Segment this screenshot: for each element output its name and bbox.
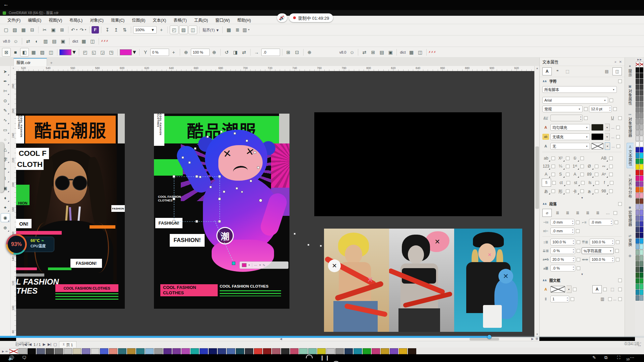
feature-checkbox[interactable] [609, 173, 613, 176]
color-swatch[interactable] [640, 107, 643, 113]
feature-checkbox[interactable] [595, 165, 598, 168]
color-swatch[interactable] [636, 227, 639, 232]
opentype-f-button[interactable]: f [600, 179, 609, 186]
color-swatch[interactable] [636, 73, 639, 78]
opentype-∾-button[interactable]: ∾ [599, 163, 608, 170]
color-swatch[interactable] [326, 348, 335, 354]
new-document-tab-button[interactable]: + [47, 59, 56, 66]
color-swatch[interactable] [145, 348, 154, 354]
version-label[interactable]: v8.0 [338, 50, 347, 54]
color-swatch[interactable] [636, 244, 639, 249]
color-swatch[interactable] [640, 67, 643, 73]
color-swatch[interactable] [636, 221, 639, 227]
feature-checkbox[interactable] [566, 173, 570, 176]
docker-tab-文本属性[interactable]: A文本属性 [627, 143, 634, 168]
color-swatch[interactable] [636, 267, 639, 272]
new-document-icon[interactable]: ▢ [2, 26, 10, 34]
font-manager-icon[interactable]: F [92, 26, 99, 34]
color-swatch[interactable] [372, 348, 380, 354]
color-swatch[interactable] [399, 348, 407, 354]
background-color-swatch[interactable] [591, 133, 603, 140]
node-transparency-field[interactable]: 0 % [150, 49, 169, 56]
horizontal-ruler[interactable]: 5205405605806006206406606807007207407607… [16, 66, 534, 71]
show-rulers-icon[interactable]: ▨ [179, 25, 188, 34]
repeat-fill-icon[interactable]: ⇄ [240, 48, 248, 56]
word-spacing-stepper[interactable]: 100.0 % [590, 256, 614, 263]
interactive-fill-minibar[interactable]: ▾ ⋯ ▾ ✎ [239, 261, 288, 269]
align-button-1[interactable]: ≣ [553, 209, 562, 217]
align-button-0[interactable]: ⌀ [542, 209, 552, 217]
fill-color-swatch[interactable] [591, 124, 603, 131]
columns-stepper[interactable]: 1 [550, 296, 569, 302]
color-swatch[interactable] [636, 164, 639, 170]
script-select[interactable]: 所有脚本▼ [542, 86, 617, 93]
color-swatch[interactable] [640, 79, 643, 84]
collapse-icon[interactable]: ∧∧ [542, 202, 547, 205]
frame-bg-checkbox[interactable] [573, 288, 577, 291]
color-swatch[interactable] [354, 348, 362, 354]
snap-to-menu[interactable]: 贴齐(T) ▼ [202, 27, 220, 33]
opentype-ct-button[interactable]: ct [557, 179, 566, 186]
color-swatch[interactable] [640, 290, 643, 295]
smooth-icon[interactable]: → [253, 48, 261, 56]
color-swatch[interactable] [636, 159, 639, 164]
color-swatch[interactable] [640, 238, 643, 244]
color-swatch[interactable] [640, 250, 643, 255]
table-icon[interactable]: ▦ [408, 48, 416, 56]
color-swatch[interactable] [636, 261, 639, 266]
page-tab[interactable]: ⊼ 页 1 [59, 341, 77, 348]
edit-icon[interactable]: ✎ [263, 263, 265, 267]
print-icon[interactable]: ⊟ [28, 26, 36, 34]
export-icon[interactable]: ↥ [112, 26, 120, 34]
color-swatch[interactable] [636, 153, 639, 158]
fill-type-select[interactable]: 均匀填充▼ [550, 124, 590, 131]
color-swatch[interactable] [91, 348, 99, 354]
reverse-fill-icon[interactable]: ↺ [223, 48, 231, 56]
align-button-2[interactable]: ≣ [563, 209, 572, 217]
menu-效果(C)[interactable]: 效果(C) [108, 16, 128, 24]
swatch-caret-icon[interactable]: ▼ [567, 286, 572, 293]
color-swatch[interactable] [636, 84, 639, 90]
background-more-button[interactable]: … [611, 135, 615, 139]
dynamic-guides-icon[interactable]: ⇄ [24, 37, 32, 45]
no-fill-icon[interactable]: ⊠ [2, 48, 11, 57]
before-paragraph-checkbox[interactable] [616, 240, 620, 244]
menu-窗口(W)[interactable]: 窗口(W) [212, 16, 233, 24]
feature-checkbox[interactable] [580, 189, 584, 193]
feature-checkbox[interactable] [609, 189, 613, 193]
text-align-frame-button[interactable]: A [592, 285, 602, 293]
color-swatch[interactable] [640, 295, 643, 301]
color-swatch[interactable] [127, 348, 136, 354]
color-swatch[interactable] [636, 238, 639, 244]
edit-fill-icon[interactable]: ⊡ [293, 48, 301, 56]
outline-width-select[interactable]: 无▼ [550, 143, 590, 149]
docker-tab-add[interactable]: ⊕ [628, 252, 632, 261]
speed-icon[interactable]: ⊕ [182, 48, 190, 56]
feature-checkbox[interactable] [566, 157, 570, 160]
color-swatch[interactable] [640, 221, 643, 227]
fullscreen-icon[interactable]: ⛶ [617, 355, 620, 360]
color-swatch[interactable] [408, 348, 416, 354]
color-swatch[interactable] [390, 348, 398, 354]
color-swatch[interactable] [636, 295, 639, 301]
vscroll-thumb[interactable] [535, 146, 539, 209]
subtitle-icon[interactable]: 🗨 [22, 355, 26, 360]
account-icon[interactable]: ☺ [12, 37, 20, 45]
wrap-icon[interactable]: ⊞ [284, 48, 292, 56]
vertical-scrollbar[interactable]: ▲ ▼ [534, 66, 540, 337]
linear-fountain-icon[interactable]: ◰ [81, 48, 89, 56]
elliptical-fountain-icon[interactable]: ◱ [90, 48, 98, 56]
color-swatch[interactable] [308, 348, 317, 354]
color-swatch[interactable] [163, 348, 172, 354]
import-icon[interactable]: ↧ [103, 26, 111, 34]
fill-more-button[interactable]: … [611, 126, 615, 129]
menu-位图(B)[interactable]: 位图(B) [128, 16, 149, 24]
tool-5[interactable]: ∿ [1, 116, 10, 124]
color-swatch[interactable] [636, 193, 639, 198]
color-swatch[interactable] [55, 348, 63, 354]
language-spacing-checkbox[interactable] [577, 266, 580, 270]
accelerate-icon[interactable]: ⊕ [210, 48, 218, 56]
color-swatch[interactable] [636, 233, 639, 238]
color-swatch[interactable] [46, 348, 54, 354]
open-icon[interactable]: ▧ [11, 26, 19, 34]
